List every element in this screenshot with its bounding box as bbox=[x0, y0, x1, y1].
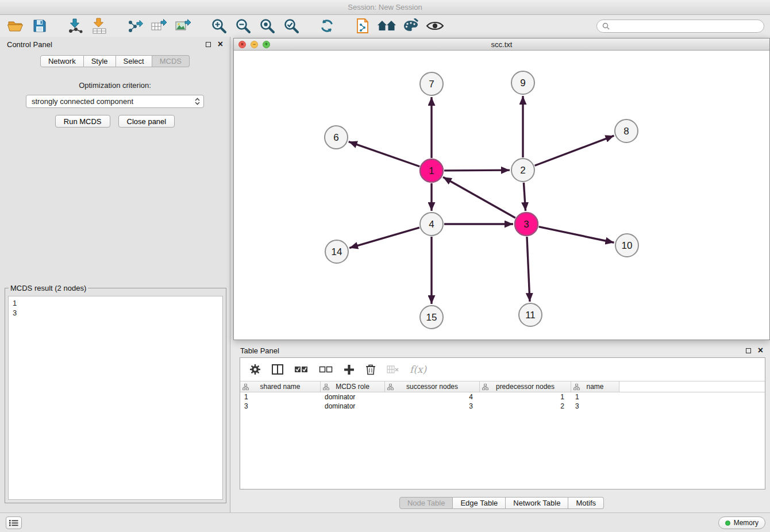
window-title: Session: New Session bbox=[348, 3, 422, 11]
eye-icon[interactable] bbox=[425, 17, 445, 35]
graph-node-label: 1 bbox=[429, 165, 434, 176]
table-row[interactable]: 3dominator323 bbox=[240, 402, 765, 411]
graph-edge-4-14[interactable] bbox=[349, 228, 419, 248]
graph-edge-1-6[interactable] bbox=[349, 142, 420, 167]
float-table-panel-icon[interactable] bbox=[746, 348, 751, 353]
column-header-predecessor-nodes[interactable]: predecessor nodes bbox=[480, 381, 571, 392]
search-input[interactable] bbox=[613, 22, 759, 30]
minimize-window-icon[interactable]: − bbox=[251, 41, 258, 48]
column-settings-gear-icon[interactable] bbox=[249, 364, 261, 375]
table-cell[interactable]: 1 bbox=[571, 392, 619, 402]
panel-list-button[interactable] bbox=[6, 516, 22, 529]
close-panel-icon[interactable]: × bbox=[218, 41, 223, 47]
export-table-icon[interactable] bbox=[149, 17, 169, 35]
graph-edge-1-2[interactable] bbox=[444, 170, 510, 171]
network-document-icon[interactable] bbox=[353, 17, 372, 35]
network-graph[interactable]: 1234678910111415 bbox=[234, 51, 769, 340]
graph-node-label: 7 bbox=[429, 79, 434, 90]
graph-node-label: 9 bbox=[520, 78, 525, 88]
network-window-titlebar[interactable]: × − + scc.txt bbox=[234, 38, 769, 51]
tab-style[interactable]: Style bbox=[84, 55, 116, 67]
column-header-name[interactable]: name bbox=[571, 381, 619, 392]
mcds-result-title: MCDS result (2 nodes) bbox=[9, 284, 88, 292]
table-row[interactable]: 1dominator411 bbox=[240, 392, 765, 402]
show-columns-icon[interactable] bbox=[272, 364, 283, 375]
tab-mcds[interactable]: MCDS bbox=[152, 55, 190, 67]
table-cell[interactable]: 1 bbox=[240, 392, 321, 402]
tab-network[interactable]: Network bbox=[40, 55, 84, 67]
function-builder-icon[interactable]: f(x) bbox=[410, 364, 426, 375]
table-panel: Table Panel × bbox=[233, 343, 770, 512]
zoom-window-icon[interactable]: + bbox=[263, 41, 270, 48]
mcds-result-list[interactable]: 13 bbox=[8, 296, 223, 500]
table-panel-title: Table Panel bbox=[240, 346, 279, 355]
zoom-fit-icon[interactable] bbox=[257, 17, 277, 35]
column-header-label: predecessor nodes bbox=[480, 383, 571, 391]
table-tab-network-table[interactable]: Network Table bbox=[506, 497, 568, 509]
table-body: 1dominator4113dominator323 bbox=[240, 392, 765, 411]
table-cell[interactable]: 3 bbox=[571, 402, 619, 411]
status-bar: Memory bbox=[0, 512, 770, 532]
table-tab-node-table[interactable]: Node Table bbox=[399, 497, 453, 509]
graph-edge-2-3[interactable] bbox=[523, 183, 525, 211]
column-tree-icon bbox=[482, 384, 488, 392]
window-titlebar[interactable]: Session: New Session bbox=[0, 0, 770, 15]
control-panel-tabs: NetworkStyleSelectMCDS bbox=[0, 55, 230, 67]
zoom-in-icon[interactable] bbox=[209, 17, 229, 35]
control-panel-title: Control Panel bbox=[7, 40, 52, 49]
export-image-icon[interactable] bbox=[174, 17, 193, 35]
table-cell[interactable]: dominator bbox=[321, 392, 385, 402]
column-tree-icon bbox=[573, 384, 580, 392]
refresh-view-icon[interactable] bbox=[317, 17, 337, 35]
select-all-rows-icon[interactable] bbox=[294, 366, 308, 373]
optimization-dropdown[interactable]: strongly connected component bbox=[26, 95, 204, 108]
import-network-icon[interactable] bbox=[66, 17, 85, 35]
home-icon[interactable] bbox=[377, 17, 396, 35]
search-box[interactable] bbox=[596, 20, 764, 33]
table-cell[interactable]: dominator bbox=[321, 402, 385, 411]
export-network-icon[interactable] bbox=[125, 17, 145, 35]
close-window-icon[interactable]: × bbox=[238, 41, 246, 48]
graph-node-label: 14 bbox=[332, 246, 342, 257]
table-tab-motifs[interactable]: Motifs bbox=[568, 497, 604, 509]
column-tree-icon bbox=[387, 384, 394, 392]
table-cell[interactable]: 1 bbox=[480, 392, 571, 402]
network-window-title: scc.txt bbox=[491, 40, 513, 49]
dropdown-value: strongly connected component bbox=[32, 97, 194, 106]
column-header-shared-name[interactable]: shared name bbox=[240, 381, 321, 392]
network-canvas[interactable]: 1234678910111415 bbox=[234, 51, 769, 340]
close-panel-button[interactable]: Close panel bbox=[118, 115, 175, 128]
run-mcds-button[interactable]: Run MCDS bbox=[55, 115, 110, 128]
graph-edge-3-10[interactable] bbox=[539, 227, 614, 243]
delete-row-icon[interactable] bbox=[365, 364, 376, 375]
table-cell[interactable]: 3 bbox=[240, 402, 321, 411]
add-row-icon[interactable] bbox=[344, 364, 355, 375]
graph-edge-3-11[interactable] bbox=[527, 237, 530, 302]
graph-node-label: 10 bbox=[622, 240, 633, 251]
graph-node-label: 15 bbox=[426, 312, 437, 323]
table-cell[interactable]: 2 bbox=[480, 402, 571, 411]
table-cell[interactable]: 4 bbox=[385, 392, 480, 402]
deselect-all-rows-icon[interactable] bbox=[319, 366, 333, 373]
control-panel-header: Control Panel × bbox=[0, 37, 230, 52]
main-toolbar bbox=[0, 15, 770, 37]
graph-edge-2-8[interactable] bbox=[535, 136, 614, 165]
graph-edge-3-1[interactable] bbox=[443, 177, 515, 218]
tab-select[interactable]: Select bbox=[116, 55, 152, 67]
control-panel: Control Panel × NetworkStyleSelectMCDS O… bbox=[0, 37, 230, 512]
table-cell[interactable]: 3 bbox=[385, 402, 480, 411]
delete-column-icon[interactable] bbox=[387, 365, 399, 374]
open-file-icon[interactable] bbox=[6, 17, 25, 35]
column-header-successor-nodes[interactable]: successor nodes bbox=[385, 381, 480, 392]
column-tree-icon bbox=[242, 384, 249, 392]
table-tab-edge-table[interactable]: Edge Table bbox=[453, 497, 506, 509]
zoom-selected-icon[interactable] bbox=[282, 17, 301, 35]
close-table-panel-icon[interactable]: × bbox=[758, 348, 763, 353]
import-table-icon[interactable] bbox=[90, 17, 109, 35]
zoom-out-icon[interactable] bbox=[233, 17, 253, 35]
column-header-MCDS-role[interactable]: MCDS role bbox=[321, 381, 385, 392]
float-panel-icon[interactable] bbox=[206, 42, 211, 47]
palette-icon[interactable] bbox=[401, 17, 421, 35]
memory-button[interactable]: Memory bbox=[718, 516, 765, 529]
save-session-icon[interactable] bbox=[30, 17, 49, 35]
